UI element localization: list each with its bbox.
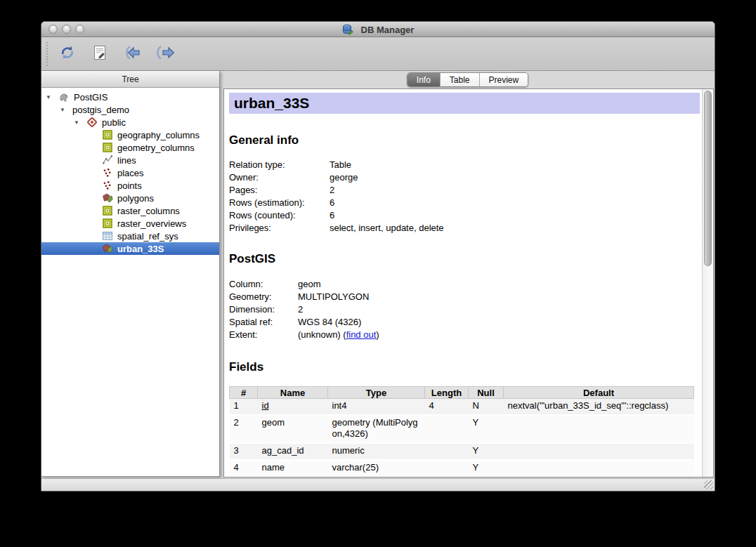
tree-item-label: places xyxy=(117,168,144,178)
tree-item-postgis_demo[interactable]: ▼postgis_demo xyxy=(41,103,219,116)
postgis-elephant-icon xyxy=(58,91,74,103)
tree-item-places[interactable]: places xyxy=(41,166,219,179)
tree-item-lines[interactable]: lines xyxy=(41,154,219,166)
general-info-heading: General info xyxy=(229,133,700,148)
info-label: Dimension: xyxy=(229,303,298,316)
fields-column-header: Default xyxy=(504,387,694,399)
fields-cell xyxy=(504,415,694,443)
info-value: WGS 84 (4326) xyxy=(298,316,361,329)
info-label: Geometry: xyxy=(229,291,298,303)
fields-cell: Y xyxy=(469,443,504,460)
import-layer-button[interactable] xyxy=(119,42,145,66)
fields-cell: 4 xyxy=(230,460,258,477)
info-row: Privileges:select, insert, update, delet… xyxy=(229,222,700,235)
polygon-layer-icon xyxy=(102,192,117,204)
polygon-layer-icon xyxy=(102,243,117,254)
fields-cell: ag_cad_id xyxy=(258,443,328,460)
info-row: Relation type:Table xyxy=(229,159,700,171)
info-label: Rows (counted): xyxy=(229,209,330,222)
db-manager-app-icon xyxy=(342,24,358,35)
info-row: Dimension:2 xyxy=(229,303,700,316)
tree-item-public[interactable]: ▼public xyxy=(41,116,219,128)
tree-item-polygons[interactable]: polygons xyxy=(41,192,219,204)
info-content: urban_33S General info Relation type:Tab… xyxy=(224,89,702,477)
fields-cell xyxy=(504,443,694,460)
tree-item-label: polygons xyxy=(117,193,154,204)
tab-strip: InfoTablePreview xyxy=(221,71,715,88)
toolbar xyxy=(41,37,715,71)
fields-cell: 1 xyxy=(230,399,258,416)
tree-item-label: raster_columns xyxy=(117,206,180,216)
scrollbar-thumb[interactable] xyxy=(704,91,712,266)
tree-item-geometry_columns[interactable]: geometry_columns xyxy=(41,141,219,154)
tree-item-PostGIS[interactable]: ▼PostGIS xyxy=(41,91,219,103)
info-row: Geometry:MULTIPOLYGON xyxy=(229,291,700,303)
info-label: Column: xyxy=(229,278,298,291)
fields-cell: geom xyxy=(258,415,328,443)
info-value: MULTIPOLYGON xyxy=(298,291,369,303)
fields-cell: Y xyxy=(469,415,504,443)
vertical-scrollbar[interactable] xyxy=(702,89,713,477)
table-layer-icon xyxy=(102,205,117,216)
fields-cell: Y xyxy=(469,460,504,477)
tree-item-label: geometry_columns xyxy=(117,143,195,153)
info-label: Pages: xyxy=(229,184,330,197)
fields-row-2: 2geomgeometry (MultiPolygon,4326)Y xyxy=(230,415,694,443)
info-value: geom xyxy=(298,278,321,291)
tree-item-geography_columns[interactable]: geography_columns xyxy=(41,128,219,141)
fields-table-header: #NameTypeLengthNullDefault xyxy=(230,387,694,399)
info-value: 6 xyxy=(330,197,334,209)
fields-cell: geometry (MultiPolygon,4326) xyxy=(328,415,425,443)
find-out-link[interactable]: find out xyxy=(346,329,377,340)
sql-window-icon xyxy=(91,44,108,64)
info-row: Pages:2 xyxy=(229,184,700,197)
tree-item-label: PostGIS xyxy=(74,92,107,103)
toolbar-drag-handle[interactable] xyxy=(46,42,48,66)
export-to-file-button[interactable] xyxy=(152,42,177,66)
tree-item-raster_overviews[interactable]: raster_overviews xyxy=(41,217,219,230)
info-row: Column:geom xyxy=(229,278,700,291)
tree-item-label: urban_33S xyxy=(117,244,164,254)
tree-item-spatial_ref_sys[interactable]: spatial_ref_sys xyxy=(41,230,219,242)
fields-cell: varchar(25) xyxy=(328,460,425,477)
info-value: (unknown) (find out) xyxy=(298,329,379,341)
tree-panel-header: Tree xyxy=(41,71,219,88)
disclosure-triangle-icon[interactable]: ▼ xyxy=(74,119,86,126)
title-bar[interactable]: DB Manager xyxy=(41,22,715,37)
disclosure-triangle-icon[interactable]: ▼ xyxy=(46,94,58,100)
point-layer-icon xyxy=(102,180,117,191)
info-label: Relation type: xyxy=(229,159,330,171)
field-name-link[interactable]: id xyxy=(262,400,269,411)
fields-cell xyxy=(425,415,469,443)
tree-item-label: geography_columns xyxy=(117,130,200,140)
info-value: 6 xyxy=(330,209,334,222)
fields-column-header: Length xyxy=(425,387,469,399)
tree-item-urban_33S[interactable]: urban_33S xyxy=(41,242,219,255)
resize-grip-icon[interactable] xyxy=(704,480,713,489)
table-layer-icon xyxy=(102,129,117,140)
info-panel: urban_33S General info Relation type:Tab… xyxy=(223,88,714,477)
tab-table[interactable]: Table xyxy=(441,73,480,86)
fields-cell xyxy=(425,443,469,460)
sql-window-button[interactable] xyxy=(87,42,112,66)
info-value: 2 xyxy=(330,184,334,197)
info-value: george xyxy=(330,171,358,184)
info-row: Rows (estimation):6 xyxy=(229,197,700,209)
info-label: Rows (estimation): xyxy=(229,197,330,209)
info-row: Owner:george xyxy=(229,171,700,184)
info-value: 2 xyxy=(298,303,303,316)
refresh-button[interactable] xyxy=(55,42,80,66)
fields-column-header: Type xyxy=(328,387,425,399)
tab-preview[interactable]: Preview xyxy=(480,73,528,86)
main-area: Tree ▼PostGIS▼postgis_demo▼publicgeograp… xyxy=(41,71,715,478)
db-manager-window: DB Manager Tree ▼PostGIS▼postgis_demo▼pu… xyxy=(41,21,715,492)
schema-icon xyxy=(86,117,102,128)
info-label: Privileges: xyxy=(229,222,330,235)
tree-item-raster_columns[interactable]: raster_columns xyxy=(41,204,219,217)
tab-info[interactable]: Info xyxy=(408,73,441,86)
fields-column-header: Name xyxy=(258,387,328,399)
tree-item-points[interactable]: points xyxy=(41,179,219,192)
connections-tree: ▼PostGIS▼postgis_demo▼publicgeography_co… xyxy=(41,88,219,255)
general-info-list: Relation type:TableOwner:georgePages:2Ro… xyxy=(229,159,700,235)
disclosure-triangle-icon[interactable]: ▼ xyxy=(60,107,72,113)
